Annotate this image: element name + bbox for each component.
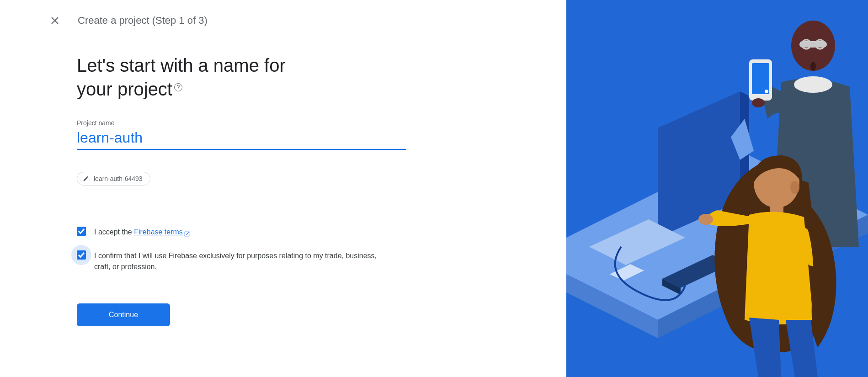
confirm-usage-checkbox[interactable]	[77, 250, 86, 260]
firebase-terms-link[interactable]: Firebase terms	[134, 228, 190, 236]
illustration-panel	[566, 0, 868, 377]
project-name-input[interactable]	[77, 128, 406, 150]
accept-terms-prefix: I accept the	[94, 228, 134, 236]
svg-rect-20	[752, 63, 769, 94]
external-link-icon	[184, 229, 190, 236]
heading-line-1: Let's start with a name for	[77, 55, 286, 75]
close-icon[interactable]	[50, 16, 59, 25]
project-name-label: Project name	[77, 119, 411, 127]
confirm-usage-label: I confirm that I will use Firebase exclu…	[94, 250, 391, 272]
pencil-icon	[83, 175, 89, 182]
svg-point-26	[698, 214, 713, 225]
main-heading: Let's start with a name for your project…	[77, 53, 286, 101]
svg-point-18	[794, 76, 832, 93]
page-title: Create a project (Step 1 of 3)	[78, 15, 208, 27]
heading-line-2: your project	[77, 79, 172, 99]
divider	[77, 45, 411, 45]
project-id-chip[interactable]: learn-auth-64493	[77, 172, 150, 186]
svg-point-24	[790, 181, 799, 194]
confirm-usage-row: I confirm that I will use Firebase exclu…	[77, 250, 411, 272]
svg-point-21	[765, 90, 768, 93]
help-icon[interactable]: ?	[174, 83, 182, 91]
accept-terms-label: I accept the Firebase terms	[94, 227, 190, 238]
continue-button[interactable]: Continue	[77, 303, 170, 326]
project-id-text: learn-auth-64493	[94, 175, 143, 182]
svg-point-17	[810, 62, 816, 71]
accept-terms-checkbox[interactable]	[77, 227, 86, 236]
dialog-header: Create a project (Step 1 of 3)	[0, 15, 566, 27]
svg-rect-14	[799, 41, 827, 48]
accept-terms-row: I accept the Firebase terms	[77, 227, 411, 238]
svg-point-22	[752, 98, 765, 107]
